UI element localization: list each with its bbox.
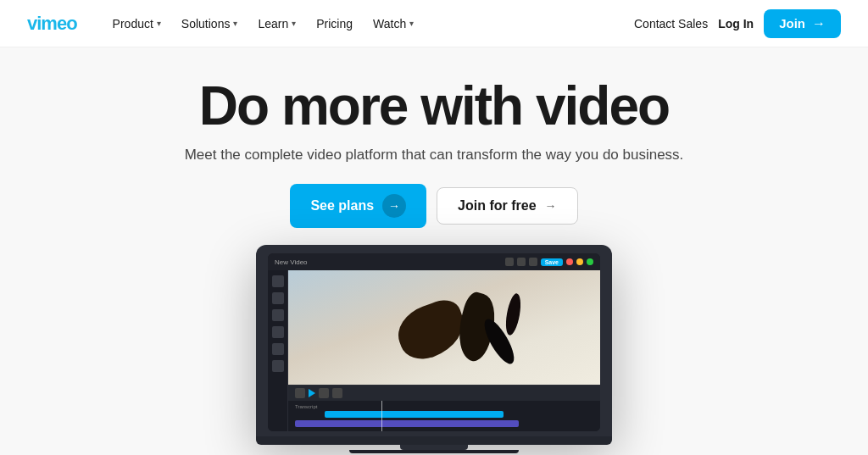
- laptop-foot: [349, 450, 519, 453]
- tool-3: [272, 309, 284, 321]
- screen-main: Transcript: [288, 270, 600, 431]
- screen-sidebar: [268, 270, 288, 431]
- ctrl-forward: [319, 388, 329, 398]
- laptop: New Video Save: [256, 245, 612, 453]
- maximize-dot: [587, 258, 593, 265]
- ctrl-volume: [332, 388, 342, 398]
- arrow-right-icon: →: [545, 199, 557, 213]
- log-in-link[interactable]: Log In: [718, 17, 754, 31]
- screen-content: Transcript: [268, 270, 600, 431]
- tool-5: [272, 343, 284, 355]
- nav-pricing[interactable]: Pricing: [308, 12, 361, 36]
- ctrl-back: [295, 388, 305, 398]
- hero-section: Do more with video Meet the complete vid…: [0, 47, 868, 453]
- join-button[interactable]: Join →: [764, 9, 841, 38]
- chevron-down-icon: ▾: [233, 19, 237, 28]
- icon-1: [505, 258, 514, 266]
- nav-learn[interactable]: Learn ▾: [249, 12, 304, 36]
- tool-4: [272, 326, 284, 338]
- tool-2: [272, 292, 284, 304]
- track2-bar: [295, 420, 519, 427]
- topbar-icons: Save: [505, 258, 593, 266]
- hero-subtitle: Meet the complete video platform that ca…: [185, 147, 684, 164]
- laptop-body: New Video Save: [256, 245, 612, 436]
- play-button: [309, 389, 315, 397]
- see-plans-button[interactable]: See plans →: [290, 184, 426, 228]
- laptop-screen: New Video Save: [268, 253, 600, 431]
- track1-label: Transcript: [295, 404, 593, 409]
- nav-solutions[interactable]: Solutions ▾: [173, 12, 247, 36]
- chevron-down-icon: ▾: [157, 19, 161, 28]
- arrow-right-icon: →: [812, 16, 826, 31]
- chevron-down-icon: ▾: [409, 19, 414, 28]
- close-dot: [566, 258, 573, 265]
- icon-3: [529, 258, 537, 266]
- navbar: vimeo Product ▾ Solutions ▾ Learn ▾ Pric…: [0, 0, 868, 47]
- nav-product[interactable]: Product ▾: [104, 12, 170, 36]
- chevron-down-icon: ▾: [292, 19, 296, 28]
- screen-topbar: New Video Save: [268, 253, 600, 270]
- vimeo-logo: vimeo: [27, 13, 77, 35]
- track1-bar: [325, 411, 504, 418]
- hero-buttons: See plans → Join for free →: [290, 184, 577, 228]
- nav-right: Contact Sales Log In Join →: [634, 9, 841, 38]
- nav-watch[interactable]: Watch ▾: [364, 12, 422, 36]
- timeline-controls: [288, 386, 600, 401]
- playhead: [381, 401, 382, 431]
- screen-save-button: Save: [541, 258, 563, 266]
- minimize-dot: [576, 258, 583, 265]
- join-free-button[interactable]: Join for free →: [437, 187, 577, 225]
- tool-1: [272, 275, 284, 287]
- laptop-illustration: New Video Save: [0, 245, 868, 453]
- nav-links: Product ▾ Solutions ▾ Learn ▾ Pricing Wa…: [104, 12, 634, 36]
- timeline-area: Transcript: [288, 385, 600, 431]
- screen-title-label: New Video: [275, 258, 500, 266]
- icon-2: [517, 258, 526, 266]
- laptop-base: [256, 436, 612, 445]
- video-preview: [288, 270, 600, 385]
- arrow-right-icon: →: [382, 194, 406, 218]
- contact-sales-link[interactable]: Contact Sales: [634, 17, 708, 31]
- hero-title: Do more with video: [199, 78, 669, 135]
- tool-6: [272, 360, 284, 372]
- video-artwork: [288, 270, 600, 385]
- timeline-tracks: Transcript: [288, 401, 600, 431]
